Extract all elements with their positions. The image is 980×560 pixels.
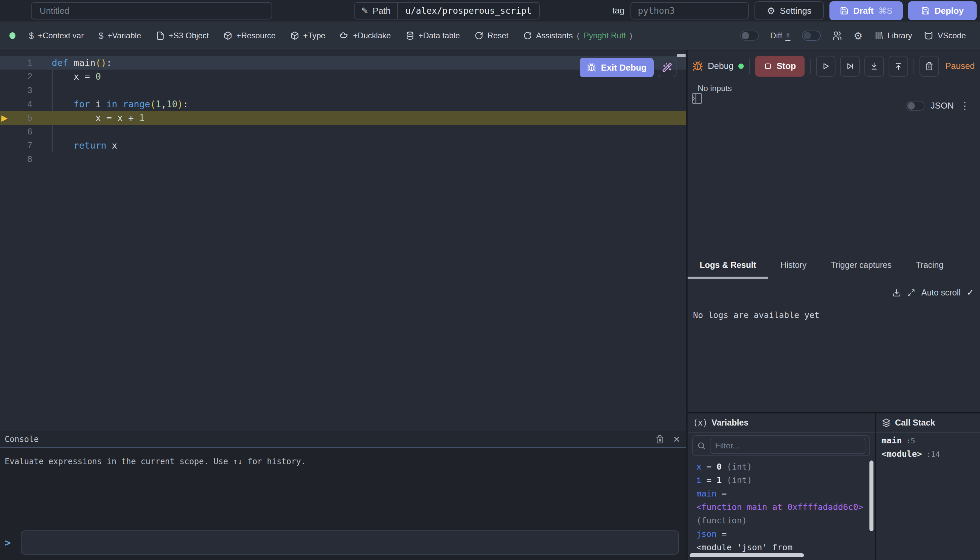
paused-status: Paused [945,61,975,71]
console-panel: Console ✕ Evaluate expressions in the cu… [0,431,686,560]
toolbar-item-assistants[interactable]: Assistants(Pyright Ruff) [523,31,632,40]
tab-logs-result[interactable]: Logs & Result [687,260,768,279]
code-line-5[interactable]: ▶5 x = x + 1 [0,111,686,125]
line-number[interactable]: 3 [13,85,32,95]
draft-label: Draft [853,6,874,16]
line-number[interactable]: 6 [13,127,32,137]
code-line-6[interactable]: 6 [0,125,686,138]
toolbar-item-resource[interactable]: +Resource [223,31,276,40]
code-text: x = x + 1 [52,113,145,123]
vscode-button[interactable]: VScode [923,31,966,41]
code-line-3[interactable]: 3 [0,83,686,97]
toolbar-item-label: +Ducklake [353,31,391,40]
toolbar-items: $+Context var$+Variable+S3 Object+Resour… [29,31,632,41]
line-number[interactable]: 5 [13,113,32,123]
auto-scroll-label: Auto scroll [921,288,960,297]
save-icon [921,7,930,15]
divider [749,59,750,73]
gear-icon[interactable]: ⚙ [854,30,863,42]
toolbar-right: Diff ± ⚙ Library VScode [740,30,971,42]
json-toggle[interactable] [906,101,925,111]
script-name-input[interactable] [31,2,272,20]
close-icon[interactable]: ✕ [673,434,680,445]
stop-button[interactable]: Stop [755,56,805,77]
stack-frame[interactable]: <module> :14 [882,447,980,461]
diff-button[interactable]: Diff ± [770,31,790,41]
toolbar-item-variable[interactable]: $+Variable [98,31,141,41]
clear-console-button[interactable] [656,435,664,444]
editor-scrollbar[interactable] [677,54,686,57]
tab-history[interactable]: History [768,260,819,279]
code-line-7[interactable]: 7 return x [0,138,686,152]
no-logs-text: No logs are available yet [693,310,819,320]
tag-input[interactable] [631,2,749,20]
download-logs-icon[interactable] [892,288,901,297]
status-dot [9,32,15,39]
console-input[interactable] [21,530,679,555]
path-edit-button[interactable]: ✎ Path [354,3,397,19]
variables-filter-input[interactable] [710,438,865,454]
path-group: ✎ Path u/alex/prosperous_script [354,2,540,20]
panel-right-icon [690,91,704,107]
toolbar-item-s3-object[interactable]: +S3 Object [156,31,209,40]
bug-icon [587,63,596,72]
code-line-8[interactable]: 8 [0,152,686,166]
line-number[interactable]: 7 [13,140,32,151]
toolbar-item-data-table[interactable]: +Data table [406,31,460,40]
step-out-button[interactable] [888,56,908,77]
variable-icon: (x) [693,418,707,428]
diff-label: Diff [770,31,782,40]
deploy-button[interactable]: Deploy [908,1,977,20]
assistants-toggle[interactable] [740,31,759,41]
kebab-menu-icon[interactable]: ⋮ [960,100,970,112]
call-stack-list: main :5<module> :14 [876,433,980,461]
logs-area: Auto scroll ✓ No logs are available yet [687,279,980,410]
toolbar-item-type[interactable]: +Type [290,31,325,40]
tab-trigger-captures[interactable]: Trigger captures [819,260,904,279]
stack-frame[interactable]: main :5 [882,434,980,447]
toolbar-item-context-var[interactable]: $+Context var [29,31,84,41]
check-icon[interactable]: ✓ [967,287,974,298]
code-text: for i in range(1,10): [52,99,188,109]
path-value[interactable]: u/alex/prosperous_script [398,6,539,16]
tab-tracing[interactable]: Tracing [904,260,955,279]
exit-debug-button[interactable]: Exit Debug [580,58,654,77]
step-over-button[interactable] [840,56,860,77]
line-number[interactable]: 2 [13,71,32,82]
toolbar-item-label: Reset [488,31,509,40]
console-header: Console ✕ [0,431,686,448]
toolbar-item-label: +Data table [418,31,460,40]
variables-horizontal-scrollbar[interactable] [690,553,804,557]
line-number[interactable]: 4 [13,99,32,109]
layers-icon [882,418,891,428]
toolbar-item-ducklake[interactable]: +Ducklake [340,31,391,40]
variables-vertical-scrollbar[interactable] [869,460,874,531]
toolbar-item-label: +Type [303,31,325,40]
exit-debug-label: Exit Debug [601,63,647,73]
stop-square-icon [764,62,772,70]
library-button[interactable]: Library [874,31,912,40]
draft-button[interactable]: Draft ⌘S [829,1,903,20]
variable-entry: json = [696,527,875,541]
clear-debug-button[interactable] [920,56,939,77]
toolbar-item-reset[interactable]: Reset [474,31,509,40]
settings-button[interactable]: ⚙ Settings [754,1,824,20]
ai-wand-button[interactable] [658,58,677,77]
expand-logs-icon[interactable] [907,289,915,297]
collab-toggle[interactable] [802,31,821,41]
step-into-button[interactable] [864,56,884,77]
line-number[interactable]: 1 [13,57,32,68]
code-line-4[interactable]: 4 for i in range(1,10): [0,97,686,111]
line-number[interactable]: 8 [13,154,32,164]
draft-shortcut: ⌘S [878,6,892,16]
variable-entry: <module 'json' from [696,541,875,554]
users-icon[interactable] [832,31,842,41]
debug-title: Debug [708,61,734,71]
bug-icon [692,61,703,72]
debug-arrow-icon: ▶ [0,113,13,123]
continue-button[interactable] [816,56,835,77]
debug-side-panel: Debug Stop Paused [686,50,980,560]
debug-bottom-panels: (x) Variables x = 0 (int)i = 1 (int)main… [687,412,980,560]
code-editor[interactable]: 1def main():2 x = 034 for i in range(1,1… [0,50,686,431]
assistants-linters-label: Pyright Ruff [584,31,626,40]
